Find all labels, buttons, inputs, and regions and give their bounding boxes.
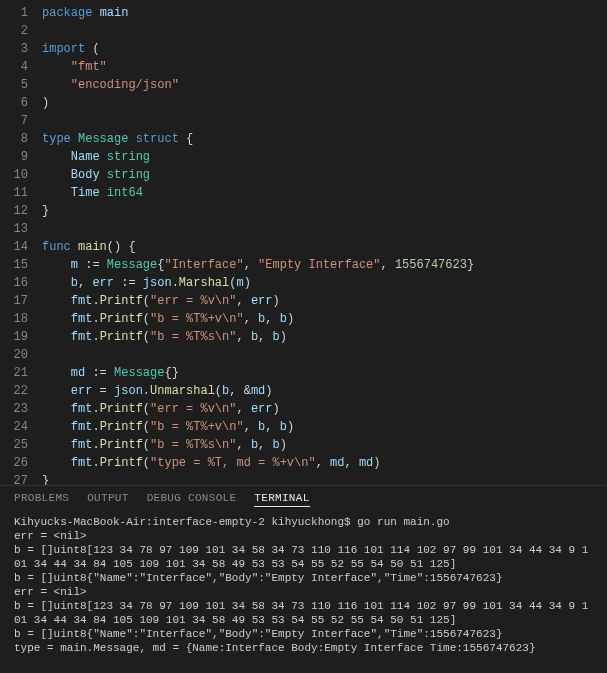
- line-number: 18: [0, 310, 28, 328]
- code-line[interactable]: fmt.Printf("type = %T, md = %+v\n", md, …: [42, 454, 607, 472]
- line-number-gutter: 1234567891011121314151617181920212223242…: [0, 4, 42, 485]
- line-number: 3: [0, 40, 28, 58]
- code-line[interactable]: fmt.Printf("err = %v\n", err): [42, 400, 607, 418]
- line-number: 7: [0, 112, 28, 130]
- terminal-command: go run main.go: [357, 516, 449, 528]
- code-line[interactable]: [42, 22, 607, 40]
- line-number: 26: [0, 454, 28, 472]
- line-number: 20: [0, 346, 28, 364]
- code-line[interactable]: import (: [42, 40, 607, 58]
- code-line[interactable]: fmt.Printf("b = %T%+v\n", b, b): [42, 418, 607, 436]
- line-number: 5: [0, 76, 28, 94]
- line-number: 2: [0, 22, 28, 40]
- line-number: 24: [0, 418, 28, 436]
- bottom-panel: PROBLEMS OUTPUT DEBUG CONSOLE TERMINAL K…: [0, 485, 607, 673]
- line-number: 1: [0, 4, 28, 22]
- line-number: 27: [0, 472, 28, 485]
- line-number: 16: [0, 274, 28, 292]
- terminal-line: type = main.Message, md = {Name:Interfac…: [14, 641, 593, 655]
- code-line[interactable]: m := Message{"Interface", "Empty Interfa…: [42, 256, 607, 274]
- terminal-line: b = []uint8[123 34 78 97 109 101 34 58 3…: [14, 599, 593, 627]
- panel-tabs: PROBLEMS OUTPUT DEBUG CONSOLE TERMINAL: [0, 486, 607, 513]
- terminal-line: b = []uint8{"Name":"Interface","Body":"E…: [14, 571, 593, 585]
- code-line[interactable]: Name string: [42, 148, 607, 166]
- code-line[interactable]: "fmt": [42, 58, 607, 76]
- code-line[interactable]: package main: [42, 4, 607, 22]
- code-line[interactable]: [42, 112, 607, 130]
- code-line[interactable]: fmt.Printf("b = %T%s\n", b, b): [42, 436, 607, 454]
- code-line[interactable]: fmt.Printf("b = %T%s\n", b, b): [42, 328, 607, 346]
- terminal-prompt: Kihyucks-MacBook-Air:interface-empty-2 k…: [14, 516, 357, 528]
- code-line[interactable]: err = json.Unmarshal(b, &md): [42, 382, 607, 400]
- terminal-line: err = <nil>: [14, 529, 593, 543]
- line-number: 13: [0, 220, 28, 238]
- code-line[interactable]: [42, 346, 607, 364]
- code-line[interactable]: fmt.Printf("b = %T%+v\n", b, b): [42, 310, 607, 328]
- line-number: 21: [0, 364, 28, 382]
- code-line[interactable]: }: [42, 472, 607, 485]
- line-number: 17: [0, 292, 28, 310]
- code-line[interactable]: Body string: [42, 166, 607, 184]
- line-number: 14: [0, 238, 28, 256]
- line-number: 6: [0, 94, 28, 112]
- code-line[interactable]: md := Message{}: [42, 364, 607, 382]
- line-number: 25: [0, 436, 28, 454]
- line-number: 9: [0, 148, 28, 166]
- line-number: 12: [0, 202, 28, 220]
- line-number: 10: [0, 166, 28, 184]
- code-line[interactable]: type Message struct {: [42, 130, 607, 148]
- line-number: 8: [0, 130, 28, 148]
- code-line[interactable]: }: [42, 202, 607, 220]
- line-number: 15: [0, 256, 28, 274]
- code-line[interactable]: fmt.Printf("err = %v\n", err): [42, 292, 607, 310]
- code-line[interactable]: "encoding/json": [42, 76, 607, 94]
- tab-debug-console[interactable]: DEBUG CONSOLE: [147, 492, 237, 507]
- tab-terminal[interactable]: TERMINAL: [254, 492, 309, 507]
- code-line[interactable]: b, err := json.Marshal(m): [42, 274, 607, 292]
- terminal-line: err = <nil>: [14, 585, 593, 599]
- code-line[interactable]: [42, 220, 607, 238]
- code-area[interactable]: package main import ( "fmt" "encoding/js…: [42, 4, 607, 485]
- line-number: 4: [0, 58, 28, 76]
- tab-output[interactable]: OUTPUT: [87, 492, 128, 507]
- code-editor[interactable]: 1234567891011121314151617181920212223242…: [0, 0, 607, 485]
- line-number: 23: [0, 400, 28, 418]
- code-line[interactable]: ): [42, 94, 607, 112]
- terminal-output[interactable]: Kihyucks-MacBook-Air:interface-empty-2 k…: [0, 513, 607, 673]
- terminal-line: b = []uint8[123 34 78 97 109 101 34 58 3…: [14, 543, 593, 571]
- terminal-line: b = []uint8{"Name":"Interface","Body":"E…: [14, 627, 593, 641]
- line-number: 19: [0, 328, 28, 346]
- code-line[interactable]: Time int64: [42, 184, 607, 202]
- code-line[interactable]: func main() {: [42, 238, 607, 256]
- line-number: 11: [0, 184, 28, 202]
- line-number: 22: [0, 382, 28, 400]
- tab-problems[interactable]: PROBLEMS: [14, 492, 69, 507]
